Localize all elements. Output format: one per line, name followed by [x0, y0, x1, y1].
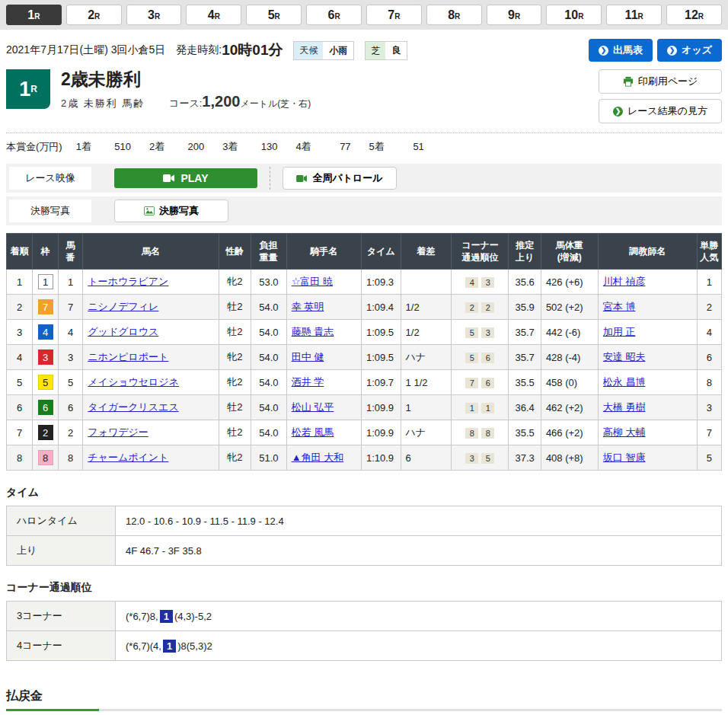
- finish-position: 2: [7, 295, 33, 320]
- jockey-name: 藤懸 貴志: [286, 320, 361, 345]
- finish-time: 1:09.5: [361, 320, 401, 345]
- body-weight: 442 (-6): [541, 320, 598, 345]
- jockey-link[interactable]: 藤懸 貴志: [292, 326, 334, 337]
- corner-passing-order: 22: [452, 295, 509, 320]
- frame-number-badge: 1: [33, 270, 58, 295]
- carried-weight: 51.0: [251, 445, 287, 471]
- finish-photo-button[interactable]: 決勝写真: [114, 199, 228, 222]
- col-carried-weight: 負担 重量: [251, 234, 287, 270]
- weather-label: 天候: [294, 42, 323, 59]
- corner-section-title: コーナー通過順位: [6, 581, 722, 595]
- time-section-title: タイム: [6, 486, 722, 500]
- estimated-last-3f: 35.7: [509, 320, 541, 345]
- corner-position-box: 4: [465, 277, 478, 288]
- jockey-link[interactable]: 松若 風馬: [292, 426, 334, 438]
- shutsuba-button[interactable]: ❯ 出馬表: [589, 39, 653, 62]
- body-weight: 426 (+6): [541, 270, 598, 295]
- tab-race-5r[interactable]: 5R: [246, 5, 302, 25]
- horse-name-link[interactable]: メイショウセロジネ: [88, 376, 179, 388]
- trainer-link[interactable]: 川村 禎彦: [603, 276, 646, 287]
- tab-race-4r[interactable]: 4R: [186, 5, 241, 25]
- col-horse-name: 馬名: [83, 234, 219, 270]
- track-condition-badge: 芝 良: [365, 41, 407, 60]
- finish-photo-row: 決勝写真 決勝写真: [6, 196, 722, 225]
- tab-race-3r[interactable]: 3R: [126, 5, 182, 25]
- horse-number: 7: [58, 295, 82, 320]
- jockey-name: 松若 風馬: [286, 420, 361, 445]
- jockey-name: 酒井 学: [286, 370, 361, 395]
- carried-weight: 54.0: [251, 295, 287, 320]
- trainer-link[interactable]: 松永 昌博: [603, 376, 646, 388]
- horse-name-link[interactable]: フォワデジー: [88, 426, 148, 438]
- finish-time: 1:09.9: [361, 420, 401, 445]
- tab-race-1r[interactable]: 1R: [6, 5, 62, 25]
- frame-number-badge: 2: [33, 420, 58, 445]
- horse-name-link[interactable]: トーホウラビアン: [88, 276, 168, 287]
- tab-race-7r[interactable]: 7R: [366, 5, 422, 25]
- trainer-link[interactable]: 宮本 博: [603, 301, 636, 312]
- winner-highlight: 1: [163, 640, 176, 653]
- win-favorite-rank: 4: [697, 320, 722, 345]
- corner-position-box: 8: [465, 428, 478, 439]
- corner-position-box: 3: [481, 277, 494, 288]
- track-label: 芝: [366, 42, 385, 59]
- trainer-link[interactable]: 加用 正: [603, 326, 636, 337]
- tab-race-8r[interactable]: 8R: [426, 5, 482, 25]
- horse-name-link[interactable]: グッドグロウス: [88, 326, 158, 337]
- horse-name-link[interactable]: ニシノデフィレ: [88, 301, 158, 312]
- table-row: 上り 4F 46.7 - 3F 35.8: [7, 536, 722, 566]
- finish-photo-label: 決勝写真: [9, 199, 91, 222]
- estimated-last-3f: 35.5: [509, 370, 541, 395]
- win-favorite-rank: 7: [697, 420, 722, 445]
- finish-position: 1: [7, 270, 33, 295]
- race-number-badge: 1R: [6, 69, 50, 109]
- result-row-4: 433ニホンピロポート牝254.0田中 健1:09.5ハナ5635.7428 (…: [7, 345, 722, 370]
- odds-button[interactable]: ❯ オッズ: [657, 39, 722, 62]
- tab-race-11r[interactable]: 11R: [606, 5, 662, 25]
- chevron-circle-icon: ❯: [613, 107, 623, 117]
- play-button[interactable]: PLAY: [114, 168, 257, 188]
- finish-time: 1:09.7: [361, 370, 401, 395]
- horse-name-link[interactable]: チャームポイント: [88, 452, 168, 463]
- jockey-name: ☆富田 暁: [286, 270, 361, 295]
- trainer-link[interactable]: 坂口 智康: [603, 452, 646, 463]
- results-guide-button[interactable]: ❯ レース結果の見方: [599, 99, 722, 123]
- tab-race-12r[interactable]: 12R: [666, 5, 722, 25]
- trainer-link[interactable]: 大橋 勇樹: [603, 401, 646, 413]
- prize-place: 5着: [369, 141, 385, 152]
- jockey-link[interactable]: 松山 弘平: [292, 401, 334, 413]
- finish-time: 1:09.4: [361, 295, 401, 320]
- time-table: ハロンタイム 12.0 - 10.6 - 10.9 - 11.5 - 11.9 …: [6, 506, 722, 566]
- col-corner-order: コーナー 通過順位: [452, 234, 509, 270]
- trainer-link[interactable]: 高柳 大輔: [603, 426, 646, 438]
- body-weight: 458 (0): [541, 370, 598, 395]
- tab-race-10r[interactable]: 10R: [546, 5, 602, 25]
- corner4-value: (*6,7)(4,1)8(5,3)2: [116, 631, 722, 661]
- frame-number-badge: 5: [33, 370, 58, 395]
- finish-position: 7: [7, 420, 33, 445]
- horse-name-link[interactable]: ニホンピロポート: [88, 351, 168, 362]
- chevron-circle-icon: ❯: [599, 46, 608, 56]
- trainer-link[interactable]: 安達 昭夫: [603, 351, 646, 362]
- horse-number: 8: [58, 445, 82, 471]
- print-page-button[interactable]: 印刷用ページ: [599, 69, 722, 94]
- jockey-link[interactable]: 田中 健: [292, 351, 324, 362]
- prize-amount: 200: [164, 141, 204, 152]
- tab-race-9r[interactable]: 9R: [487, 5, 542, 25]
- result-row-8: 888チャームポイント牝251.0▲角田 大和1:10.963537.3408 …: [7, 445, 722, 471]
- tab-race-6r[interactable]: 6R: [306, 5, 362, 25]
- jockey-link[interactable]: 酒井 学: [292, 376, 324, 388]
- video-camera-icon: [163, 174, 175, 183]
- horse-name: メイショウセロジネ: [83, 370, 219, 395]
- finish-photo-button-label: 決勝写真: [159, 204, 199, 218]
- jockey-link[interactable]: ☆富田 暁: [292, 276, 333, 287]
- course-detail: メートル(芝・右): [240, 98, 311, 109]
- jockey-link[interactable]: 幸 英明: [292, 301, 324, 312]
- tab-race-2r[interactable]: 2R: [66, 5, 122, 25]
- table-row: ハロンタイム 12.0 - 10.6 - 10.9 - 11.5 - 11.9 …: [7, 506, 722, 536]
- sex-age: 牝2: [219, 370, 251, 395]
- patrol-video-button[interactable]: 全周パトロール: [283, 167, 397, 190]
- win-favorite-rank: 2: [697, 295, 722, 320]
- jockey-link[interactable]: ▲角田 大和: [292, 452, 343, 463]
- horse-name-link[interactable]: タイガークリスエス: [88, 401, 178, 413]
